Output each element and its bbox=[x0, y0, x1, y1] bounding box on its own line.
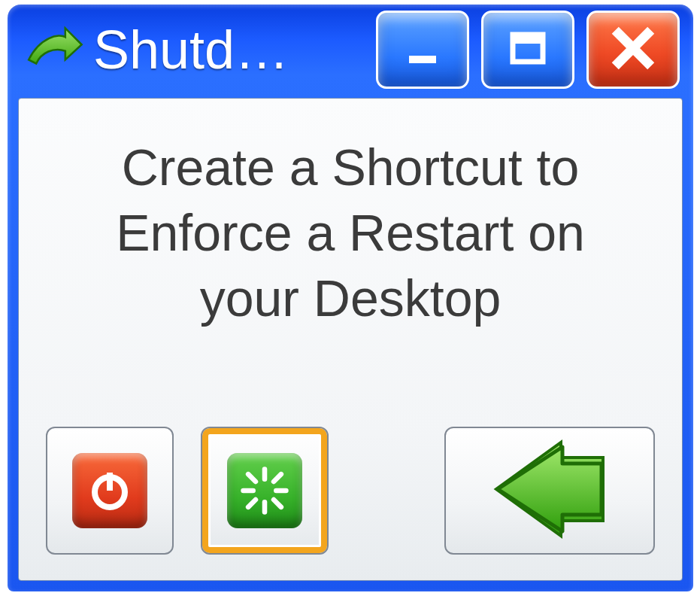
action-bar bbox=[46, 419, 655, 555]
svg-line-12 bbox=[248, 500, 256, 507]
restart-button[interactable] bbox=[201, 427, 329, 555]
client-area: Create a Shortcut to Enforce a Restart o… bbox=[18, 98, 683, 581]
svg-rect-4 bbox=[107, 473, 113, 491]
close-icon bbox=[609, 24, 657, 75]
app-window: Shutd… bbox=[8, 5, 693, 591]
shortcut-arrow-icon bbox=[21, 18, 84, 81]
back-button[interactable] bbox=[444, 427, 655, 555]
titlebar[interactable]: Shutd… bbox=[8, 5, 693, 95]
svg-rect-0 bbox=[409, 56, 436, 63]
window-controls bbox=[376, 11, 680, 89]
minimize-button[interactable] bbox=[376, 11, 469, 89]
instruction-text: Create a Shortcut to Enforce a Restart o… bbox=[19, 99, 682, 331]
maximize-icon bbox=[505, 26, 550, 74]
close-button[interactable] bbox=[586, 11, 680, 89]
shutdown-button[interactable] bbox=[46, 427, 174, 555]
svg-rect-2 bbox=[513, 35, 543, 44]
power-icon bbox=[72, 453, 147, 528]
back-arrow-icon bbox=[486, 436, 614, 545]
minimize-icon bbox=[400, 26, 445, 74]
svg-line-10 bbox=[274, 500, 281, 507]
restart-spinner-icon bbox=[227, 453, 302, 528]
svg-line-9 bbox=[248, 474, 256, 482]
window-title: Shutd… bbox=[93, 19, 334, 81]
maximize-button[interactable] bbox=[481, 11, 574, 89]
svg-line-11 bbox=[274, 474, 281, 482]
